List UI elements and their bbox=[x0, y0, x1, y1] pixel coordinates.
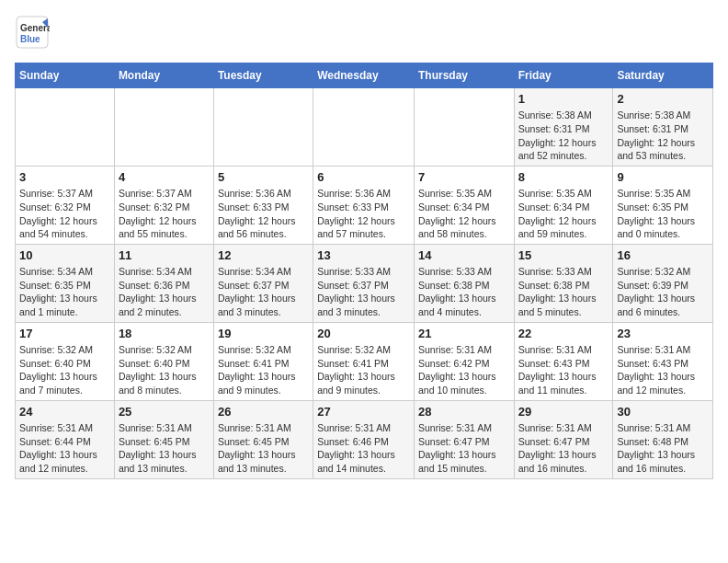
cell-details: Sunrise: 5:32 AMSunset: 6:40 PMDaylight:… bbox=[19, 343, 110, 397]
day-number: 15 bbox=[518, 247, 609, 264]
weekday-header-monday: Monday bbox=[114, 63, 213, 88]
calendar-cell bbox=[16, 88, 115, 167]
calendar-cell: 17Sunrise: 5:32 AMSunset: 6:40 PMDayligh… bbox=[16, 322, 115, 400]
calendar-cell: 15Sunrise: 5:33 AMSunset: 6:38 PMDayligh… bbox=[514, 244, 613, 322]
calendar-week-row: 17Sunrise: 5:32 AMSunset: 6:40 PMDayligh… bbox=[16, 322, 713, 400]
cell-details: Sunrise: 5:32 AMSunset: 6:39 PMDaylight:… bbox=[617, 265, 709, 319]
weekday-header-sunday: Sunday bbox=[16, 63, 115, 88]
cell-details: Sunrise: 5:35 AMSunset: 6:35 PMDaylight:… bbox=[617, 187, 709, 241]
cell-details: Sunrise: 5:33 AMSunset: 6:37 PMDaylight:… bbox=[317, 265, 410, 319]
calendar-cell bbox=[213, 88, 313, 167]
calendar-cell: 18Sunrise: 5:32 AMSunset: 6:40 PMDayligh… bbox=[114, 322, 213, 400]
cell-details: Sunrise: 5:33 AMSunset: 6:38 PMDaylight:… bbox=[518, 265, 609, 319]
weekday-header-thursday: Thursday bbox=[414, 63, 514, 88]
cell-details: Sunrise: 5:31 AMSunset: 6:44 PMDaylight:… bbox=[19, 421, 110, 476]
cell-details: Sunrise: 5:32 AMSunset: 6:41 PMDaylight:… bbox=[218, 343, 309, 397]
cell-details: Sunrise: 5:37 AMSunset: 6:32 PMDaylight:… bbox=[119, 187, 210, 241]
calendar-cell: 12Sunrise: 5:34 AMSunset: 6:37 PMDayligh… bbox=[213, 244, 313, 322]
cell-details: Sunrise: 5:32 AMSunset: 6:40 PMDaylight:… bbox=[119, 343, 210, 397]
calendar-cell: 22Sunrise: 5:31 AMSunset: 6:43 PMDayligh… bbox=[514, 322, 613, 400]
cell-details: Sunrise: 5:34 AMSunset: 6:37 PMDaylight:… bbox=[218, 265, 309, 319]
day-number: 21 bbox=[418, 326, 510, 342]
calendar-cell: 8Sunrise: 5:35 AMSunset: 6:34 PMDaylight… bbox=[514, 166, 613, 244]
weekday-header-tuesday: Tuesday bbox=[213, 63, 313, 88]
calendar-cell: 1Sunrise: 5:38 AMSunset: 6:31 PMDaylight… bbox=[514, 88, 613, 167]
calendar-cell: 2Sunrise: 5:38 AMSunset: 6:31 PMDaylight… bbox=[613, 88, 713, 167]
calendar-cell: 13Sunrise: 5:33 AMSunset: 6:37 PMDayligh… bbox=[313, 244, 415, 322]
calendar-cell: 27Sunrise: 5:31 AMSunset: 6:46 PMDayligh… bbox=[313, 400, 415, 478]
day-number: 3 bbox=[19, 169, 110, 186]
day-number: 27 bbox=[317, 404, 410, 420]
cell-details: Sunrise: 5:34 AMSunset: 6:35 PMDaylight:… bbox=[19, 265, 110, 319]
cell-details: Sunrise: 5:36 AMSunset: 6:33 PMDaylight:… bbox=[317, 187, 410, 241]
calendar-cell: 21Sunrise: 5:31 AMSunset: 6:42 PMDayligh… bbox=[414, 322, 514, 400]
cell-details: Sunrise: 5:32 AMSunset: 6:41 PMDaylight:… bbox=[317, 343, 410, 397]
cell-details: Sunrise: 5:31 AMSunset: 6:48 PMDaylight:… bbox=[617, 421, 709, 476]
calendar-week-row: 24Sunrise: 5:31 AMSunset: 6:44 PMDayligh… bbox=[16, 400, 713, 478]
logo-icon: General Blue bbox=[15, 15, 50, 50]
day-number: 4 bbox=[119, 169, 210, 186]
calendar-cell: 3Sunrise: 5:37 AMSunset: 6:32 PMDaylight… bbox=[16, 166, 115, 244]
cell-details: Sunrise: 5:33 AMSunset: 6:38 PMDaylight:… bbox=[418, 265, 510, 319]
calendar-cell: 4Sunrise: 5:37 AMSunset: 6:32 PMDaylight… bbox=[114, 166, 213, 244]
weekday-header-wednesday: Wednesday bbox=[313, 63, 415, 88]
day-number: 11 bbox=[119, 247, 210, 264]
cell-details: Sunrise: 5:34 AMSunset: 6:36 PMDaylight:… bbox=[119, 265, 210, 319]
calendar-cell: 29Sunrise: 5:31 AMSunset: 6:47 PMDayligh… bbox=[514, 400, 613, 478]
cell-details: Sunrise: 5:31 AMSunset: 6:47 PMDaylight:… bbox=[418, 421, 510, 476]
cell-details: Sunrise: 5:31 AMSunset: 6:47 PMDaylight:… bbox=[518, 421, 609, 476]
day-number: 14 bbox=[418, 247, 510, 264]
calendar-cell bbox=[313, 88, 415, 167]
day-number: 8 bbox=[518, 169, 609, 186]
cell-details: Sunrise: 5:31 AMSunset: 6:45 PMDaylight:… bbox=[119, 421, 210, 476]
day-number: 13 bbox=[317, 247, 410, 264]
day-number: 9 bbox=[617, 169, 709, 186]
day-number: 6 bbox=[317, 169, 410, 186]
calendar-cell bbox=[414, 88, 514, 167]
day-number: 19 bbox=[218, 326, 309, 342]
day-number: 26 bbox=[218, 404, 309, 420]
weekday-header-saturday: Saturday bbox=[613, 63, 713, 88]
calendar-cell: 16Sunrise: 5:32 AMSunset: 6:39 PMDayligh… bbox=[613, 244, 713, 322]
calendar-cell: 20Sunrise: 5:32 AMSunset: 6:41 PMDayligh… bbox=[313, 322, 415, 400]
page-header: General Blue bbox=[15, 15, 713, 53]
svg-text:Blue: Blue bbox=[20, 34, 40, 44]
day-number: 20 bbox=[317, 326, 410, 342]
calendar-cell: 28Sunrise: 5:31 AMSunset: 6:47 PMDayligh… bbox=[414, 400, 514, 478]
calendar-cell: 23Sunrise: 5:31 AMSunset: 6:43 PMDayligh… bbox=[613, 322, 713, 400]
day-number: 5 bbox=[218, 169, 309, 186]
calendar-week-row: 10Sunrise: 5:34 AMSunset: 6:35 PMDayligh… bbox=[16, 244, 713, 322]
cell-details: Sunrise: 5:31 AMSunset: 6:45 PMDaylight:… bbox=[218, 421, 309, 476]
calendar-cell: 7Sunrise: 5:35 AMSunset: 6:34 PMDaylight… bbox=[414, 166, 514, 244]
calendar-cell: 26Sunrise: 5:31 AMSunset: 6:45 PMDayligh… bbox=[213, 400, 313, 478]
calendar-cell: 30Sunrise: 5:31 AMSunset: 6:48 PMDayligh… bbox=[613, 400, 713, 478]
calendar-cell: 5Sunrise: 5:36 AMSunset: 6:33 PMDaylight… bbox=[213, 166, 313, 244]
weekday-header-friday: Friday bbox=[514, 63, 613, 88]
calendar-cell: 14Sunrise: 5:33 AMSunset: 6:38 PMDayligh… bbox=[414, 244, 514, 322]
cell-details: Sunrise: 5:38 AMSunset: 6:31 PMDaylight:… bbox=[518, 109, 609, 163]
cell-details: Sunrise: 5:31 AMSunset: 6:42 PMDaylight:… bbox=[418, 343, 510, 397]
calendar-cell: 19Sunrise: 5:32 AMSunset: 6:41 PMDayligh… bbox=[213, 322, 313, 400]
day-number: 24 bbox=[19, 404, 110, 420]
day-number: 30 bbox=[617, 404, 709, 420]
calendar-cell: 25Sunrise: 5:31 AMSunset: 6:45 PMDayligh… bbox=[114, 400, 213, 478]
day-number: 17 bbox=[19, 326, 110, 342]
cell-details: Sunrise: 5:35 AMSunset: 6:34 PMDaylight:… bbox=[418, 187, 510, 241]
day-number: 7 bbox=[418, 169, 510, 186]
logo: General Blue bbox=[15, 15, 51, 53]
day-number: 25 bbox=[119, 404, 210, 420]
calendar-cell: 10Sunrise: 5:34 AMSunset: 6:35 PMDayligh… bbox=[16, 244, 115, 322]
calendar-week-row: 3Sunrise: 5:37 AMSunset: 6:32 PMDaylight… bbox=[16, 166, 713, 244]
cell-details: Sunrise: 5:36 AMSunset: 6:33 PMDaylight:… bbox=[218, 187, 309, 241]
calendar-cell bbox=[114, 88, 213, 167]
day-number: 10 bbox=[19, 247, 110, 264]
day-number: 16 bbox=[617, 247, 709, 264]
calendar-table: SundayMondayTuesdayWednesdayThursdayFrid… bbox=[15, 63, 713, 479]
cell-details: Sunrise: 5:38 AMSunset: 6:31 PMDaylight:… bbox=[617, 109, 709, 163]
day-number: 18 bbox=[119, 326, 210, 342]
calendar-week-row: 1Sunrise: 5:38 AMSunset: 6:31 PMDaylight… bbox=[16, 88, 713, 167]
cell-details: Sunrise: 5:37 AMSunset: 6:32 PMDaylight:… bbox=[19, 187, 110, 241]
cell-details: Sunrise: 5:31 AMSunset: 6:43 PMDaylight:… bbox=[617, 343, 709, 397]
day-number: 29 bbox=[518, 404, 609, 420]
day-number: 23 bbox=[617, 326, 709, 342]
